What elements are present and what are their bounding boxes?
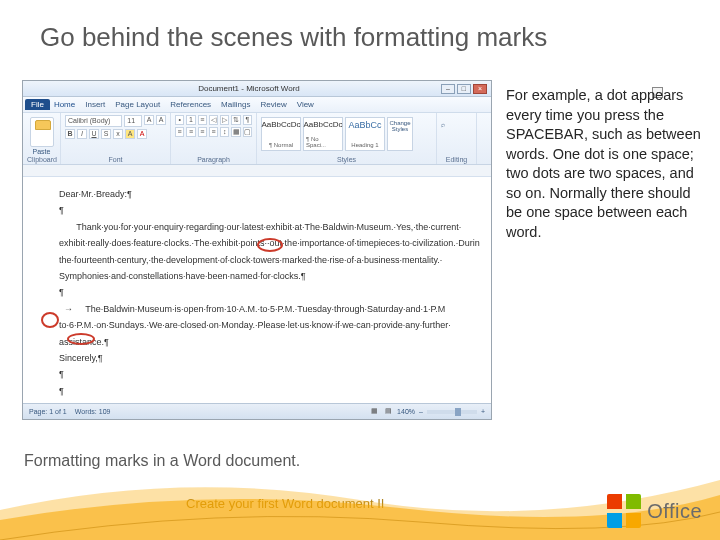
doc-line: Sincerely,¶ — [59, 351, 471, 365]
group-clipboard-label: Clipboard — [27, 156, 56, 164]
numbering-button[interactable]: 1 — [186, 115, 195, 125]
close-button[interactable]: × — [473, 84, 487, 94]
group-paragraph-label: Paragraph — [175, 156, 252, 164]
tab-page-layout[interactable]: Page Layout — [115, 100, 160, 109]
document-canvas[interactable]: Dear·Mr.·Bready:¶ ¶ Thank·you·for·your·e… — [23, 177, 491, 403]
show-marks-button[interactable]: ¶ — [243, 115, 252, 125]
tab-mailings[interactable]: Mailings — [221, 100, 250, 109]
font-size-select[interactable]: 11 — [124, 115, 142, 127]
style-normal[interactable]: AaBbCcDc¶ Normal — [261, 117, 301, 151]
bold-button[interactable]: B — [65, 129, 75, 139]
shading-button[interactable]: ▦ — [231, 127, 240, 137]
doc-line: ¶ — [59, 285, 471, 299]
ribbon: Paste Clipboard Calibri (Body) 11 A A B … — [23, 113, 491, 165]
editing-button[interactable]: ⌕ — [441, 115, 472, 128]
file-tab[interactable]: File — [25, 99, 50, 110]
doc-line: the·fourteenth·century,·the·development·… — [59, 253, 471, 267]
font-name-select[interactable]: Calibri (Body) — [65, 115, 122, 127]
window-title: Document1 - Microsoft Word — [198, 84, 300, 93]
sort-button[interactable]: ⇅ — [231, 115, 240, 125]
decrease-indent-button[interactable]: ◁ — [209, 115, 218, 125]
change-styles-button[interactable]: Change Styles — [387, 117, 413, 151]
ribbon-tabstrip: File Home Insert Page Layout References … — [23, 97, 491, 113]
underline-button[interactable]: U — [89, 129, 99, 139]
style-no-spacing[interactable]: AaBbCcDc¶ No Spaci... — [303, 117, 343, 151]
doc-line: ¶ — [59, 203, 471, 217]
bullets-button[interactable]: • — [175, 115, 184, 125]
doc-line: Thank·you·for·your·enquiry·regarding·our… — [59, 220, 471, 234]
paste-label: Paste — [27, 148, 56, 155]
group-editing-label: Editing — [441, 156, 472, 164]
italic-button[interactable]: I — [77, 129, 87, 139]
doc-line: Dear·Mr.·Bready:¶ — [59, 187, 471, 201]
zoom-in-button[interactable]: + — [481, 408, 485, 415]
group-font-label: Font — [65, 156, 166, 164]
status-bar: Page: 1 of 1 Words: 109 ▦ ▤ 140% – + — [23, 403, 491, 419]
grow-font-button[interactable]: A — [144, 115, 154, 125]
zoom-slider[interactable] — [427, 410, 477, 414]
ruler — [23, 165, 491, 177]
minimize-button[interactable]: – — [441, 84, 455, 94]
status-page: Page: 1 of 1 — [29, 408, 67, 415]
increase-indent-button[interactable]: ▷ — [220, 115, 229, 125]
multilevel-button[interactable]: ≡ — [198, 115, 207, 125]
highlight-button[interactable]: A — [125, 129, 135, 139]
style-heading1[interactable]: AaBbCcHeading 1 — [345, 117, 385, 151]
office-logo-icon — [607, 494, 641, 528]
tab-insert[interactable]: Insert — [85, 100, 105, 109]
doc-line: ¶ — [59, 384, 471, 398]
office-wordmark: Office — [647, 500, 702, 523]
tab-home[interactable]: Home — [54, 100, 75, 109]
subscript-button[interactable]: x — [113, 129, 123, 139]
zoom-out-button[interactable]: – — [419, 408, 423, 415]
tab-review[interactable]: Review — [260, 100, 286, 109]
align-left-button[interactable]: ≡ — [175, 127, 184, 137]
tab-references[interactable]: References — [170, 100, 211, 109]
annotation-oval-double-space — [257, 238, 283, 252]
doc-line: ¶ — [59, 400, 471, 403]
slide-title: Go behind the scenes with formatting mar… — [40, 22, 547, 53]
align-right-button[interactable]: ≡ — [198, 127, 207, 137]
word-screenshot: Document1 - Microsoft Word – □ × File Ho… — [22, 80, 492, 420]
office-logo: Office — [607, 494, 702, 528]
slide: Go behind the scenes with formatting mar… — [0, 0, 720, 540]
paste-button[interactable] — [30, 117, 54, 147]
annotation-oval-paragraph-mark — [41, 312, 59, 328]
align-center-button[interactable]: ≡ — [186, 127, 195, 137]
status-words: Words: 109 — [75, 408, 111, 415]
doc-line: → The·Baldwin·Museum·is·open·from·10·A.M… — [59, 302, 471, 316]
body-paragraph: For example, a dot appears every time yo… — [506, 86, 702, 243]
doc-line: ¶ — [59, 367, 471, 381]
view-print-icon[interactable]: ▦ — [369, 407, 379, 417]
window-titlebar: Document1 - Microsoft Word – □ × — [23, 81, 491, 97]
maximize-button[interactable]: □ — [457, 84, 471, 94]
group-styles-label: Styles — [261, 156, 432, 164]
view-web-icon[interactable]: ▤ — [383, 407, 393, 417]
doc-line: assistance.¶ — [59, 335, 471, 349]
font-color-button[interactable]: A — [137, 129, 147, 139]
zoom-level: 140% — [397, 408, 415, 415]
doc-line: Symphonies·and·constellations·have·been·… — [59, 269, 471, 283]
doc-line: to·6·P.M.·on·Sundays.·We·are·closed·on·M… — [59, 318, 471, 332]
line-spacing-button[interactable]: ↕ — [220, 127, 229, 137]
slide-footer: Create your first Word document II — [186, 496, 384, 511]
borders-button[interactable]: ▢ — [243, 127, 252, 137]
slide-caption: Formatting marks in a Word document. — [24, 452, 300, 470]
annotation-oval-tab-arrow — [67, 333, 95, 345]
justify-button[interactable]: ≡ — [209, 127, 218, 137]
tab-view[interactable]: View — [297, 100, 314, 109]
strike-button[interactable]: S — [101, 129, 111, 139]
shrink-font-button[interactable]: A — [156, 115, 166, 125]
